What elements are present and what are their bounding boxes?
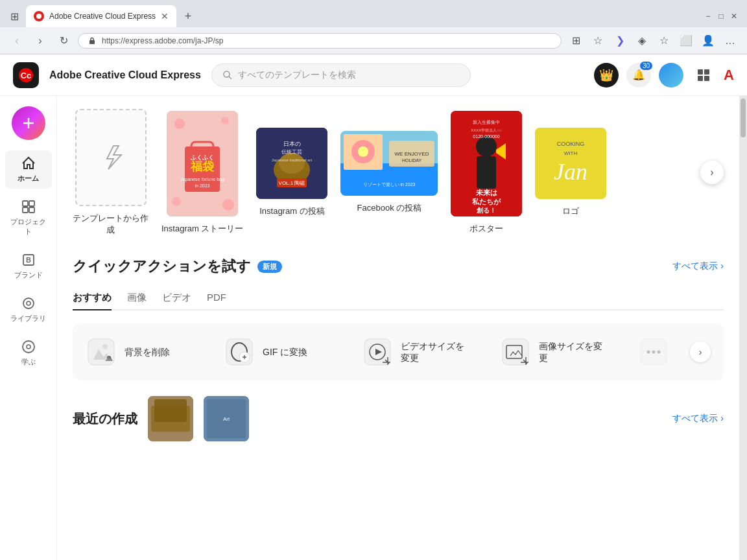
template-item-instagram-story[interactable]: ふくふく 福袋 Japanese fortune bag in 2023 Ins… [161, 111, 243, 235]
template-item-instagram-post[interactable]: 日本の 伝統工芸 Japanese traditional art VOL.1 … [256, 128, 327, 217]
svg-point-26 [222, 199, 234, 211]
create-from-template-icon [95, 142, 126, 173]
svg-rect-9 [704, 76, 709, 81]
svg-text:WITH: WITH [564, 150, 578, 156]
close-window-button[interactable]: ✕ [729, 11, 739, 21]
tab-recommended[interactable]: おすすめ [73, 286, 112, 310]
svg-rect-15 [29, 207, 34, 213]
svg-text:創る！: 創る！ [476, 207, 496, 214]
recent-item-2[interactable]: Art [204, 396, 249, 441]
instagram-post-thumb[interactable]: 日本の 伝統工芸 Japanese traditional art VOL.1 … [256, 128, 327, 199]
sidebar: ホーム プロジェクト B ブランド [0, 96, 57, 560]
apps-icon[interactable] [691, 63, 716, 88]
tab-bar: ⊞ Adobe Creative Cloud Express ✕ + − □ ✕ [0, 0, 747, 27]
see-all-recent[interactable]: すべて表示 › [672, 413, 724, 425]
image-resize-label: 画像サイズを変 更 [539, 340, 602, 364]
apps-grid-icon [696, 68, 711, 82]
window-controls: − □ ✕ [703, 11, 742, 21]
forward-button[interactable]: › [31, 32, 49, 50]
svg-text:VOL.1 陶磁: VOL.1 陶磁 [279, 180, 305, 186]
svg-point-65 [102, 344, 108, 349]
template-item-create[interactable]: テンプレートから作 成 [73, 109, 148, 236]
menu-button[interactable]: … [721, 32, 739, 50]
svg-rect-6 [698, 69, 703, 75]
carousel-next-button[interactable]: › [700, 161, 724, 184]
add-button[interactable] [12, 106, 45, 140]
content-area: テンプレートから作 成 [57, 96, 739, 560]
template-item-facebook-post[interactable]: WE ENJOYED HOLIDAY リゾートで楽しい in 2023 Face… [340, 131, 438, 214]
instagram-story-thumb[interactable]: ふくふく 福袋 Japanese fortune bag in 2023 [167, 111, 238, 216]
template-item-logo[interactable]: COOKING WITH Jan ロゴ [535, 128, 606, 217]
image-resize-icon [500, 336, 531, 368]
search-placeholder: すべてのテンプレートを検索 [238, 69, 356, 81]
quick-action-gif-convert[interactable]: GIF に変換 [224, 336, 341, 368]
star-button[interactable]: ☆ [589, 32, 607, 50]
extensions-button[interactable]: ❯ [611, 32, 629, 50]
url-text: https://express.adobe.com/ja-JP/sp [102, 36, 223, 45]
svg-point-0 [36, 14, 42, 19]
new-tab-button[interactable]: + [179, 7, 197, 25]
grid-view-button[interactable]: ⊞ [567, 32, 585, 50]
user-avatar[interactable] [659, 63, 683, 88]
profile-button[interactable]: 👤 [699, 32, 717, 50]
sidebar-item-learn[interactable]: 学ぶ [5, 334, 52, 372]
svg-point-4 [224, 71, 230, 77]
logo-label: ロゴ [562, 205, 579, 217]
reload-button[interactable]: ↻ [54, 32, 73, 50]
app-logo[interactable]: Cc [13, 62, 39, 88]
instagram-post-image: 日本の 伝統工芸 Japanese traditional art VOL.1 … [256, 128, 327, 199]
header-right: 👑 🔔 30 A [594, 63, 734, 88]
tab-video[interactable]: ビデオ [162, 286, 191, 310]
back-button: ‹ [8, 32, 26, 50]
svg-point-20 [23, 341, 34, 353]
recent-title: 最近の作成 [73, 410, 137, 428]
scrollbar-thumb[interactable] [741, 99, 746, 137]
address-bar[interactable]: https://express.adobe.com/ja-JP/sp [78, 33, 562, 49]
notification-button[interactable]: 🔔 30 [626, 63, 651, 88]
svg-point-21 [27, 345, 30, 349]
sidebar-item-projects[interactable]: プロジェクト [5, 194, 52, 242]
sidebar-item-brand[interactable]: B ブランド [5, 247, 52, 285]
svg-point-25 [172, 197, 181, 206]
svg-point-24 [221, 117, 229, 124]
collections-button[interactable]: ☆ [655, 32, 673, 50]
template-item-poster[interactable]: 未来は 私たちが 創る！ 新入生募集中 XXXX学校法人○○ 0120-0000… [451, 111, 522, 235]
puzzle-button[interactable]: ◈ [633, 32, 651, 50]
sidebar-toggle[interactable]: ⊞ [5, 7, 23, 25]
sidebar-item-library[interactable]: ライブラリ [5, 290, 52, 329]
poster-label: ポスター [469, 223, 503, 235]
tab-close-button[interactable]: ✕ [161, 11, 169, 21]
svg-point-76 [658, 351, 661, 354]
sidebar-label-projects: プロジェクト [10, 217, 47, 237]
recent-item-1[interactable] [148, 396, 193, 441]
tab-pdf[interactable]: PDF [207, 286, 226, 310]
app-title: Adobe Creative Cloud Express [49, 69, 201, 81]
search-bar[interactable]: すべてのテンプレートを検索 [211, 64, 471, 87]
maximize-button[interactable]: □ [716, 11, 726, 21]
create-thumb[interactable] [75, 109, 147, 206]
active-tab[interactable]: Adobe Creative Cloud Express ✕ [26, 5, 176, 27]
svg-text:COOKING: COOKING [557, 141, 585, 147]
poster-thumb[interactable]: 未来は 私たちが 創る！ 新入生募集中 XXXX学校法人○○ 0120-0000… [451, 111, 522, 216]
quick-action-video-resize[interactable]: ビデオサイズを 変更 [362, 336, 479, 368]
logo-thumb[interactable]: COOKING WITH Jan [535, 128, 606, 199]
save-button[interactable]: ⬜ [677, 32, 695, 50]
quick-action-remove-bg[interactable]: 背景を削除 [86, 336, 203, 368]
adobe-logo[interactable]: A [724, 67, 734, 84]
crown-button[interactable]: 👑 [594, 63, 619, 88]
svg-rect-18 [23, 298, 34, 309]
right-scrollbar[interactable] [739, 96, 747, 560]
svg-text:B: B [26, 256, 31, 264]
quick-actions-arrow[interactable]: › [690, 342, 711, 362]
section-title: クイックアクションを試す 新規 [73, 257, 282, 276]
see-all-quick-actions[interactable]: すべて表示 › [672, 261, 724, 272]
quick-action-image-resize[interactable]: 画像サイズを変 更 [500, 336, 617, 368]
facebook-post-thumb[interactable]: WE ENJOYED HOLIDAY リゾートで楽しい in 2023 [340, 131, 438, 196]
sidebar-item-home[interactable]: ホーム [5, 150, 52, 189]
svg-text:0120-000000: 0120-000000 [473, 134, 500, 139]
nav-bar: ‹ › ↻ https://express.adobe.com/ja-JP/sp… [0, 27, 747, 54]
minimize-button[interactable]: − [703, 11, 713, 21]
nav-icons: ⊞ ☆ ❯ ◈ ☆ ⬜ 👤 … [567, 32, 739, 50]
tab-images[interactable]: 画像 [127, 286, 147, 310]
svg-text:私たちが: 私たちが [471, 198, 501, 205]
